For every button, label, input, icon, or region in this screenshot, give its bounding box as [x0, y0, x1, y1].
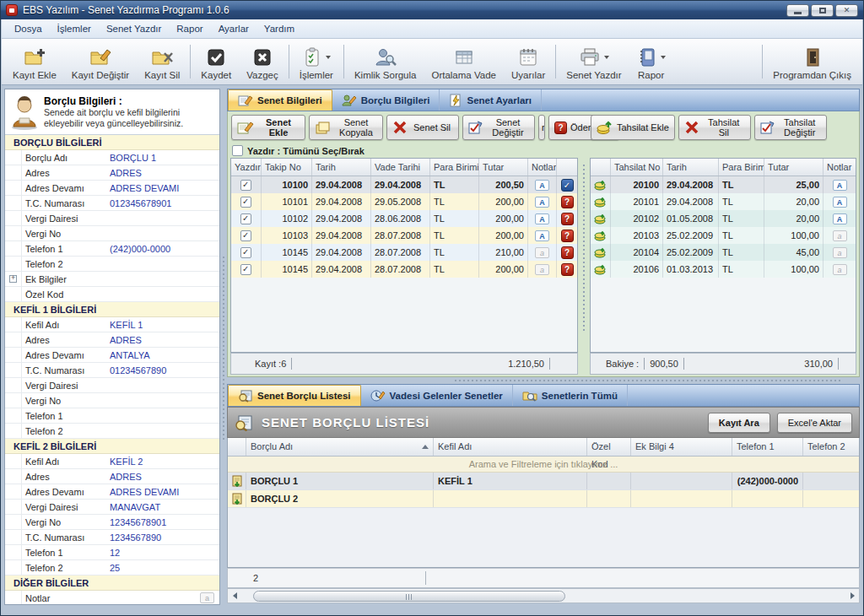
field-vergi-dairesi[interactable]: Vergi Dairesi [5, 211, 219, 226]
field-kefil1-vergi-no[interactable]: Vergi No [5, 393, 219, 408]
kayit-ekle-button[interactable]: Kayıt Ekle [5, 41, 64, 82]
senet-kopyala-button[interactable]: Senet Kopyala [309, 115, 383, 140]
kayit-degistir-button[interactable]: Kayıt Değiştir [64, 41, 137, 82]
tahsilat-row[interactable]: 20101 29.04.2008 TL 20,00 A [591, 193, 856, 210]
scroll-right-icon[interactable] [845, 589, 859, 602]
col-para-birimi[interactable]: Para Birimi [430, 159, 479, 176]
senet-ekle-button[interactable]: Senet Ekle [231, 115, 305, 140]
col-ozel-kod[interactable]: Özel Kod [587, 438, 631, 456]
unpaid-status-icon[interactable]: ? [561, 213, 574, 225]
unpaid-status-icon[interactable]: ? [561, 230, 574, 242]
field-ek-bilgiler[interactable]: Ek Bilgiler [5, 272, 219, 287]
tab-senetlerin-tumu[interactable]: Senetlerin Tümü [513, 385, 628, 406]
field-kefil2-telefon-2[interactable]: Telefon 225 [5, 560, 219, 575]
field-kefil1-telefon-2[interactable]: Telefon 2 [5, 424, 219, 439]
yazdir-checkbox[interactable] [240, 213, 251, 224]
horizontal-splitter[interactable] [227, 377, 860, 384]
note-icon[interactable]: a [535, 247, 549, 258]
field-borclu-adi[interactable]: Borçlu AdıBORÇLU 1 [5, 150, 219, 165]
note-icon[interactable]: a [833, 247, 847, 258]
paid-status-icon[interactable]: ✓ [561, 179, 574, 192]
menu-rapor[interactable]: Rapor [169, 19, 210, 38]
yazdir-checkbox[interactable] [240, 180, 251, 191]
field-kefil1-adres[interactable]: AdresADRES [5, 332, 219, 348]
tahsilat-row[interactable]: 20104 25.02.2009 TL 45,00 a [591, 244, 856, 261]
borclu-row[interactable]: BORÇLU 2 [228, 490, 859, 508]
kimlik-sorgula-button[interactable]: Kimlik Sorgula [347, 41, 424, 82]
note-icon[interactable]: a [535, 264, 549, 275]
yazdir-checkbox[interactable] [240, 247, 251, 258]
kayit-ara-button[interactable]: Kayıt Ara [708, 413, 770, 433]
senet-row[interactable]: 10101 29.04.2008 29.05.2008 TL 200,00 A … [231, 193, 577, 210]
note-icon[interactable]: A [535, 230, 549, 241]
note-editor-icon[interactable]: a [200, 592, 214, 603]
note-icon[interactable]: a [833, 264, 847, 275]
col-telefon-2[interactable]: Telefon 2 [803, 438, 859, 456]
yazdir-checkbox[interactable] [240, 197, 251, 208]
senet-sil-button[interactable]: Senet Sil [386, 115, 459, 140]
note-icon[interactable]: a [833, 230, 847, 241]
tahsilat-row[interactable]: 20103 25.02.2009 TL 100,00 a [591, 227, 856, 244]
col-para-birimi[interactable]: Para Birimi [719, 159, 764, 176]
tahsilat-row[interactable]: 20106 01.03.2013 TL 100,00 a [591, 261, 856, 278]
menu-senet-yazdir[interactable]: Senet Yazdır [99, 19, 169, 38]
tab-vadesi-gelenler[interactable]: Vadesi Gelenler Senetler [361, 385, 513, 406]
minimize-button[interactable] [786, 4, 809, 17]
senet-yazdir-button[interactable]: Senet Yazdır [559, 41, 629, 82]
menu-ayarlar[interactable]: Ayarlar [211, 19, 256, 38]
islemler-button[interactable]: İşlemler [292, 41, 341, 82]
col-takip-no[interactable]: Takip No [262, 159, 312, 176]
field-telefon-1[interactable]: Telefon 1(242)000-0000 [5, 241, 219, 257]
tahsilat-ekle-button[interactable]: Tahsilat Ekle [591, 115, 675, 140]
unpaid-status-icon[interactable]: ? [561, 263, 574, 276]
tab-borclu-bilgileri[interactable]: Borçlu Bilgileri [332, 89, 440, 111]
rapor-button[interactable]: Rapor [629, 41, 673, 82]
col-notlar[interactable]: Notlar [824, 159, 856, 176]
field-tc-numarasi[interactable]: T.C. Numarası012345678901 [5, 196, 219, 211]
tab-senet-bilgileri[interactable]: Senet Bilgileri [228, 89, 332, 111]
tahsilat-row[interactable]: 20100 29.04.2008 TL 25,00 A [591, 176, 856, 193]
senet-row[interactable]: 10102 29.04.2008 28.06.2008 TL 200,00 A … [231, 210, 577, 227]
field-kefil1-vergi-dairesi[interactable]: Vergi Dairesi [5, 378, 219, 393]
select-all-checkbox[interactable] [232, 145, 243, 156]
field-kefil2-vergi-no[interactable]: Vergi No12345678901 [5, 515, 219, 530]
tahsilat-row[interactable]: 20102 01.05.2008 TL 20,00 A [591, 210, 856, 227]
odendi-button-partial[interactable]: ndi [538, 115, 545, 140]
col-yazdir[interactable]: Yazdır [231, 159, 262, 176]
note-icon[interactable]: A [833, 197, 847, 208]
borclu-row[interactable]: BORÇLU 1 KEFİL 1 (242)000-0000 [228, 473, 859, 490]
field-ozel-kod[interactable]: Özel Kod [5, 287, 219, 302]
field-kefil2-vergi-dairesi[interactable]: Vergi DairesiMANAVGAT [5, 500, 219, 515]
note-icon[interactable]: A [535, 213, 549, 224]
tahsilat-degistir-button[interactable]: Tahsilat Değiştir [754, 115, 827, 140]
field-telefon-2[interactable]: Telefon 2 [5, 257, 219, 272]
note-icon[interactable]: A [535, 197, 549, 208]
tab-senet-borclu-listesi[interactable]: Senet Borçlu Listesi [228, 385, 361, 406]
field-kefil2-adres[interactable]: AdresADRES [5, 469, 219, 484]
kayit-sil-button[interactable]: Kayıt Sil [137, 41, 187, 82]
field-kefil2-adres-devami[interactable]: Adres DevamıADRES DEVAMI [5, 484, 219, 500]
field-kefil2-telefon-1[interactable]: Telefon 112 [5, 545, 219, 560]
uyarilar-button[interactable]: Uyarılar [504, 41, 553, 82]
menu-dosya[interactable]: Dosya [7, 19, 50, 38]
col-notlar[interactable]: Notlar [528, 159, 557, 176]
yazdir-checkbox[interactable] [240, 230, 251, 241]
field-kefil1-adi[interactable]: Kefil AdıKEFİL 1 [5, 317, 219, 332]
kaydet-button[interactable]: Kaydet [193, 41, 239, 82]
field-vergi-no[interactable]: Vergi No [5, 226, 219, 241]
programdan-cikis-button[interactable]: Programdan Çıkış [765, 41, 859, 82]
expand-plus-icon[interactable] [9, 275, 17, 283]
horizontal-scrollbar[interactable] [227, 588, 860, 603]
senet-row[interactable]: 10145 29.04.2008 28.07.2008 TL 210,00 a … [231, 244, 577, 261]
senet-row[interactable]: 10103 29.04.2008 28.07.2008 TL 200,00 A … [231, 227, 577, 244]
col-ek-bilgi-4[interactable]: Ek Bilgi 4 [631, 438, 732, 456]
tab-senet-ayarlari[interactable]: Senet Ayarları [440, 89, 542, 111]
yazdir-checkbox[interactable] [240, 264, 251, 275]
excele-aktar-button[interactable]: Excel'e Aktar [777, 413, 852, 433]
sidebar-splitter[interactable] [220, 89, 227, 605]
close-button[interactable]: ✕ [835, 4, 858, 17]
field-kefil2-adi[interactable]: Kefil AdıKEFİL 2 [5, 454, 219, 469]
col-kefil-adi[interactable]: Kefil Adı [434, 438, 587, 456]
field-kefil2-tc[interactable]: T.C. Numarası1234567890 [5, 530, 219, 545]
field-adres[interactable]: AdresADRES [5, 165, 219, 181]
